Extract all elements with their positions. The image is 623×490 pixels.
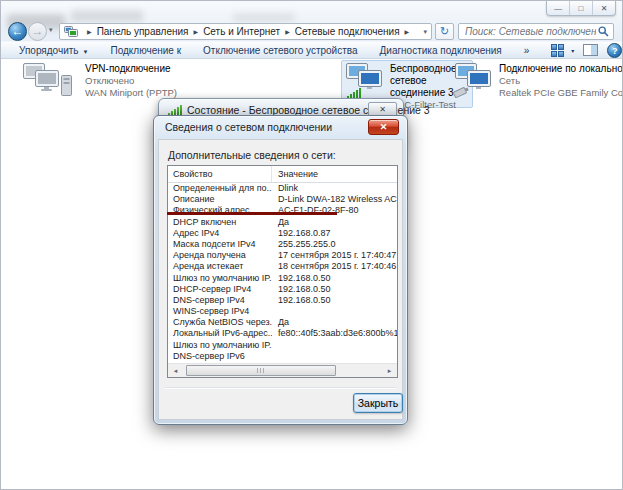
property-cell: DNS-сервер IPv6 [168, 351, 272, 362]
table-row[interactable]: Описание D-Link DWA-182 Wireless AC Dual… [168, 194, 397, 205]
help-button[interactable]: ? [607, 43, 622, 58]
recent-pages-caret-icon[interactable]: ▾ [49, 26, 53, 34]
toolbar-overflow-chevron[interactable]: » [524, 45, 530, 56]
details-dialog-title: Сведения о сетевом подключении [165, 121, 332, 133]
table-row[interactable]: Шлюз по умолчанию IP... 192.168.0.50 [168, 273, 397, 284]
close-dialog-button[interactable]: Закрыть [353, 393, 403, 413]
breadcrumb-item[interactable]: Панель управления ▶ [97, 26, 204, 37]
connection-title: VPN-подключение [85, 63, 177, 75]
wifi-signal-icon [168, 105, 182, 116]
views-grid-icon [551, 44, 564, 57]
breadcrumb-chevron-icon: ▶ [285, 28, 290, 35]
connection-lan[interactable]: Подключение по локальной сети Сеть Realt… [453, 63, 623, 99]
search-icon[interactable] [598, 26, 609, 37]
ethernet-plug [453, 86, 469, 98]
scroll-left-icon[interactable]: ◂ [168, 364, 183, 377]
address-history-caret-icon[interactable]: ▾ [423, 28, 427, 36]
breadcrumb-item[interactable]: Сеть и Интернет ▶ [203, 26, 295, 37]
value-cell: 192.168.0.50 [272, 295, 397, 306]
property-cell: Шлюз по умолчанию IP... [168, 273, 272, 284]
search-box [458, 23, 614, 40]
property-cell: DHCP включен [168, 217, 272, 228]
breadcrumb-item-label: Сеть и Интернет [203, 26, 280, 37]
value-cell [272, 340, 397, 351]
dialog-separator [165, 387, 396, 388]
connect-to-button[interactable]: Подключение к [110, 45, 181, 56]
value-cell [272, 306, 397, 317]
table-row[interactable]: DNS-сервер IPv6 [168, 351, 397, 362]
wireless-connection-icon [346, 63, 384, 99]
breadcrumb-item-label: Сетевые подключения [295, 26, 400, 37]
breadcrumb[interactable]: ▶ Панель управления ▶ Сеть и Интернет ▶ … [59, 23, 432, 40]
value-cell: Dlink [272, 183, 397, 194]
breadcrumb-chevron-icon: ▶ [405, 28, 410, 35]
details-dialog: Сведения о сетевом подключении ✕ Дополни… [153, 115, 408, 425]
annotation-underline [167, 212, 337, 215]
value-cell: 18 сентября 2015 г. 17:40:46 [272, 261, 397, 272]
refresh-button[interactable]: ↻ [435, 23, 454, 40]
property-cell: Аренда истекает [168, 261, 272, 272]
organize-label: Упорядочить [19, 45, 79, 56]
preview-pane-button[interactable] [583, 44, 598, 56]
lan-connection-icon [453, 63, 493, 99]
forward-button[interactable]: → [28, 22, 47, 41]
table-row[interactable]: DHCP включен Да [168, 217, 397, 228]
value-cell: 255.255.255.0 [272, 239, 397, 250]
minimize-button[interactable]: — [547, 1, 570, 15]
table-row[interactable]: Служба NetBIOS через... Да [168, 317, 397, 328]
value-cell: fe80::40f5:3aab:d3e6:800b%16 [272, 328, 397, 339]
connection-vpn[interactable]: VPN-подключение Отключено WAN Miniport (… [23, 63, 177, 99]
restore-button[interactable]: □ [570, 1, 593, 15]
table-row[interactable]: Адрес IPv4 192.168.0.87 [168, 228, 397, 239]
property-cell: WINS-сервер IPv4 [168, 306, 272, 317]
property-cell: DNS-сервер IPv4 [168, 295, 272, 306]
horizontal-scrollbar[interactable]: ◂ ▸ [168, 363, 397, 377]
breadcrumb-item[interactable]: Сетевые подключения ▶ [295, 26, 414, 37]
disable-device-button[interactable]: Отключение сетевого устройства [203, 45, 358, 56]
breadcrumb-item-label: Панель управления [97, 26, 189, 37]
property-cell: Определенный для по... [168, 183, 272, 194]
organize-menu[interactable]: Упорядочить▼ [19, 45, 88, 56]
change-view-button[interactable]: ▾ [551, 44, 574, 57]
value-cell: Да [272, 217, 397, 228]
column-header-property[interactable]: Свойство [168, 166, 272, 182]
table-row[interactable]: DNS-сервер IPv4 192.168.0.50 [168, 295, 397, 306]
value-cell: 192.168.0.50 [272, 284, 397, 295]
connection-network: Сеть [499, 75, 623, 87]
table-row[interactable]: Маска подсети IPv4 255.255.255.0 [168, 239, 397, 250]
back-button[interactable]: ← [8, 22, 27, 41]
table-row[interactable]: DHCP-сервер IPv4 192.168.0.50 [168, 284, 397, 295]
value-cell: 192.168.0.87 [272, 228, 397, 239]
blurred-watermark [233, 13, 295, 22]
column-header-value[interactable]: Значение [272, 169, 318, 179]
value-cell: 192.168.0.50 [272, 273, 397, 284]
table-row[interactable]: Определенный для по... Dlink [168, 183, 397, 194]
connection-device: Realtek PCIe GBE Family Controller [499, 87, 623, 99]
table-row[interactable]: Локальный IPv6-адрес... fe80::40f5:3aab:… [168, 328, 397, 339]
vpn-connection-icon [23, 63, 77, 99]
scroll-right-icon[interactable]: ▸ [382, 364, 397, 377]
command-bar: Упорядочить▼ Подключение к Отключение се… [1, 41, 623, 59]
property-cell: Адрес IPv4 [168, 228, 272, 239]
connection-status: Отключено [85, 75, 177, 87]
table-row[interactable]: Шлюз по умолчанию IP... [168, 340, 397, 351]
diagnose-button[interactable]: Диагностика подключения [380, 45, 502, 56]
organize-caret-icon: ▼ [83, 49, 89, 55]
property-cell: Маска подсети IPv4 [168, 239, 272, 250]
table-row[interactable]: Аренда истекает 18 сентября 2015 г. 17:4… [168, 261, 397, 272]
property-cell: Аренда получена [168, 250, 272, 261]
value-cell: 17 сентября 2015 г. 17:40:47 [272, 250, 397, 261]
table-row[interactable]: Аренда получена 17 сентября 2015 г. 17:4… [168, 250, 397, 261]
close-button[interactable]: ✕ [593, 1, 615, 15]
details-dialog-close-button[interactable]: ✕ [368, 119, 399, 135]
property-cell: Шлюз по умолчанию IP... [168, 340, 272, 351]
table-header: Свойство Значение [168, 166, 397, 183]
dialog-client-area: Дополнительные сведения о сети: Свойство… [158, 139, 403, 420]
scrollbar-thumb[interactable] [186, 365, 336, 376]
table-row[interactable]: WINS-сервер IPv4 [168, 306, 397, 317]
search-input[interactable] [463, 25, 598, 38]
property-cell: DHCP-сервер IPv4 [168, 284, 272, 295]
views-caret-icon: ▾ [571, 47, 574, 54]
property-cell: Локальный IPv6-адрес... [168, 328, 272, 339]
network-details-table[interactable]: Свойство Значение Определенный для по...… [167, 165, 398, 378]
